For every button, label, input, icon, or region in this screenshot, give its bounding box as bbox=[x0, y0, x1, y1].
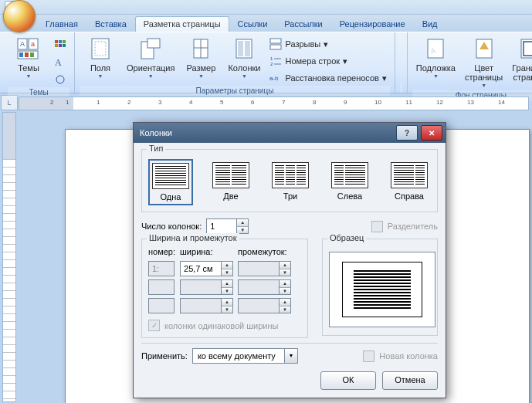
svg-rect-26 bbox=[270, 39, 281, 43]
spin-up-icon: ▲ bbox=[222, 299, 232, 306]
group-spacer bbox=[395, 32, 408, 93]
type-right[interactable]: Справа bbox=[388, 159, 431, 205]
spin-up-icon[interactable]: ▲ bbox=[237, 219, 248, 227]
effects-icon bbox=[54, 73, 66, 86]
themes-button[interactable]: Aa Темы ▼ bbox=[8, 35, 49, 81]
tab-home[interactable]: Главная bbox=[37, 16, 86, 32]
cancel-button[interactable]: Отмена bbox=[382, 371, 438, 390]
tab-selector[interactable]: L bbox=[1, 95, 18, 110]
ok-button[interactable]: ОК bbox=[320, 371, 376, 390]
dialog-titlebar[interactable]: Колонки ? ✕ bbox=[134, 123, 446, 143]
spin-up-icon: ▲ bbox=[280, 299, 290, 306]
hyphenation-button[interactable]: a-bРасстановка переносов ▾ bbox=[266, 70, 389, 86]
colors-icon bbox=[54, 39, 66, 52]
chevron-down-icon: ▾ bbox=[324, 39, 328, 49]
line-numbers-label: Номера строк bbox=[285, 56, 340, 66]
group-page-setup: Поля▼ Ориентация▼ Размер▼ Колонки▼ Разры… bbox=[75, 32, 395, 93]
fonts-icon: A bbox=[54, 56, 66, 69]
spin-down-icon: ▼ bbox=[280, 306, 290, 313]
spin-down-icon[interactable]: ▼ bbox=[222, 269, 232, 276]
ruler-ticks: 21 123 456 789 101112 1314 bbox=[19, 97, 528, 110]
orientation-icon bbox=[138, 37, 163, 62]
num-columns-spinner[interactable]: ▲▼ bbox=[206, 218, 249, 234]
ribbon-tabs: Главная Вставка Разметка страницы Ссылки… bbox=[0, 15, 532, 32]
vertical-ruler[interactable] bbox=[2, 112, 16, 402]
dialog-title: Колонки bbox=[140, 128, 393, 137]
page-borders-label: Границы страниц bbox=[512, 63, 532, 82]
sample-label: Образец bbox=[327, 233, 366, 242]
svg-text:1: 1 bbox=[270, 56, 273, 61]
spin-up-icon: ▲ bbox=[280, 262, 290, 269]
watermark-icon: A bbox=[423, 37, 448, 62]
columns-icon bbox=[232, 37, 256, 62]
svg-rect-25 bbox=[245, 41, 250, 56]
spin-up-icon: ▲ bbox=[280, 280, 290, 288]
watermark-button[interactable]: A Подложка▼ bbox=[412, 35, 459, 81]
line-numbers-icon: 12 bbox=[269, 55, 282, 67]
col-no-header: номер: bbox=[148, 247, 175, 256]
themes-label: Темы bbox=[18, 63, 39, 73]
office-button[interactable] bbox=[3, 0, 36, 32]
columns-button[interactable]: Колонки▼ bbox=[223, 35, 265, 81]
spin-down-icon[interactable]: ▼ bbox=[237, 227, 248, 234]
sample-group: Образец bbox=[322, 239, 438, 336]
tab-references[interactable]: Ссылки bbox=[229, 16, 276, 32]
type-two[interactable]: Две bbox=[209, 159, 252, 205]
svg-text:a: a bbox=[31, 40, 35, 48]
type-one[interactable]: Одна bbox=[148, 159, 193, 205]
size-button[interactable]: Размер▼ bbox=[180, 35, 222, 81]
chevron-down-icon: ▾ bbox=[343, 56, 347, 66]
page-color-button[interactable]: Цвет страницы▼ bbox=[461, 35, 507, 90]
type-right-label: Справа bbox=[395, 191, 424, 201]
theme-fonts-button[interactable]: A bbox=[51, 55, 69, 70]
tab-insert[interactable]: Вставка bbox=[86, 16, 135, 32]
chevron-down-icon: ▼ bbox=[433, 73, 439, 79]
group-themes: Aa Темы ▼ A Темы bbox=[0, 32, 75, 93]
orientation-label: Ориентация bbox=[127, 63, 175, 73]
spin-down-icon: ▼ bbox=[222, 288, 232, 295]
theme-colors-button[interactable] bbox=[51, 38, 69, 53]
type-three[interactable]: Три bbox=[269, 159, 312, 205]
tab-review[interactable]: Рецензирование bbox=[331, 16, 414, 32]
line-numbers-button[interactable]: 12Номера строк ▾ bbox=[266, 53, 389, 69]
col1-width-input[interactable] bbox=[180, 261, 222, 276]
type-three-label: Три bbox=[283, 191, 297, 201]
tab-page-layout[interactable]: Разметка страницы bbox=[135, 16, 229, 32]
type-left[interactable]: Слева bbox=[328, 159, 371, 205]
apply-to-value: ко всему документу bbox=[192, 348, 285, 364]
group-page-setup-title: Параметры страницы bbox=[80, 86, 390, 96]
chevron-down-icon[interactable]: ▼ bbox=[285, 348, 298, 364]
svg-point-15 bbox=[56, 76, 64, 83]
group-page-background: A Подложка▼ Цвет страницы▼ Границы стран… bbox=[408, 32, 532, 93]
theme-effects-button[interactable] bbox=[51, 72, 69, 87]
help-button[interactable]: ? bbox=[396, 125, 418, 141]
separator-label: Разделитель bbox=[388, 222, 438, 231]
close-button[interactable]: ✕ bbox=[421, 125, 442, 141]
new-column-checkbox bbox=[363, 351, 374, 362]
margins-button[interactable]: Поля▼ bbox=[80, 35, 121, 81]
chevron-down-icon: ▼ bbox=[148, 73, 154, 79]
breaks-icon bbox=[269, 38, 282, 50]
watermark-label: Подложка bbox=[416, 63, 456, 73]
themes-icon: Aa bbox=[16, 37, 41, 62]
page-borders-icon bbox=[517, 37, 532, 62]
breaks-button[interactable]: Разрывы ▾ bbox=[266, 36, 389, 52]
col1-width-spinner[interactable]: ▲▼ bbox=[180, 261, 233, 276]
breaks-label: Разрывы bbox=[285, 39, 320, 49]
size-icon bbox=[188, 37, 213, 62]
spin-up-icon[interactable]: ▲ bbox=[222, 262, 232, 269]
num-columns-label: Число колонок: bbox=[141, 222, 202, 231]
horizontal-ruler[interactable]: 21 123 456 789 101112 1314 bbox=[19, 97, 529, 110]
apply-to-select[interactable]: ко всему документу ▼ bbox=[192, 348, 298, 364]
num-columns-input[interactable] bbox=[206, 218, 237, 234]
page-borders-button[interactable]: Границы страниц bbox=[508, 35, 532, 84]
svg-rect-24 bbox=[238, 41, 243, 56]
type-left-label: Слева bbox=[337, 191, 362, 201]
tab-view[interactable]: Вид bbox=[414, 16, 446, 32]
width-gap-label: Ширина и промежуток bbox=[147, 233, 239, 242]
apply-to-label: Применить: bbox=[141, 351, 188, 361]
orientation-button[interactable]: Ориентация▼ bbox=[123, 35, 178, 81]
tab-mailings[interactable]: Рассылки bbox=[276, 16, 330, 32]
margins-label: Поля bbox=[90, 63, 110, 73]
spin-down-icon: ▼ bbox=[222, 306, 232, 313]
